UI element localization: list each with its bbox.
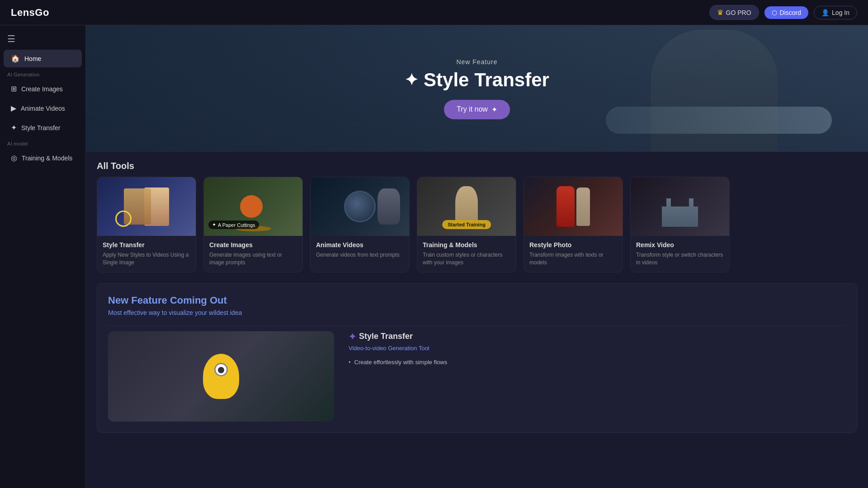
feature-tag-icon: ✦	[349, 331, 356, 342]
hero-fish	[606, 107, 832, 134]
style-transfer-image	[97, 177, 196, 236]
sidebar-item-home[interactable]: 🏠 Home	[4, 50, 82, 67]
discord-icon: ⬡	[772, 9, 777, 16]
create-images-image: ✦ A Paper Cuttings	[204, 177, 302, 236]
new-feature-section-subtitle: Most effective way to visualize your wil…	[108, 309, 846, 316]
discord-label: Discord	[780, 9, 801, 16]
remix-image	[631, 177, 729, 236]
animate-videos-image	[311, 177, 409, 236]
bullet-icon: •	[349, 359, 351, 366]
new-feature-video	[108, 331, 334, 422]
try-it-now-label: Try it now	[457, 105, 488, 113]
minion-shape	[203, 354, 239, 399]
wand-icon: ✦	[11, 123, 17, 132]
minion-eye	[214, 363, 228, 376]
face-silhouette	[377, 188, 400, 225]
hero-title-text: Style Transfer	[424, 69, 549, 91]
sidebar-style-transfer-label: Style Transfer	[21, 124, 60, 131]
ai-generation-label: AI Generation	[0, 68, 85, 79]
create-images-card-desc: Generate images using text or image prom…	[209, 251, 297, 267]
sidebar-training-label: Training & Models	[22, 155, 72, 162]
try-now-icon: ✦	[491, 105, 497, 114]
tool-card-style-transfer[interactable]: Style Transfer Apply New Styles to Video…	[97, 177, 196, 272]
hero-banner: New Feature ✦ Style Transfer Try it now …	[86, 25, 868, 152]
nav-right: ♛ GO PRO ⬡ Discord 👤 Log In	[709, 5, 857, 20]
user-icon: 👤	[821, 9, 829, 16]
animate-videos-card-body: Animate Videos Generate videos from text…	[311, 236, 409, 264]
tool-card-create-images[interactable]: ✦ A Paper Cuttings Create Images Generat…	[203, 177, 303, 272]
training-card-title: Training & Models	[423, 241, 510, 249]
feature-tag: ✦ Style Transfer	[349, 331, 413, 342]
discord-button[interactable]: ⬡ Discord	[764, 6, 808, 19]
login-label: Log In	[832, 9, 849, 16]
paper-cutout-icon: ✦	[212, 222, 216, 228]
crown-icon: ♛	[717, 8, 723, 17]
feature-tag-sub: Video-to-video Generation Tool	[349, 345, 846, 352]
restyle-image	[524, 177, 623, 236]
hamburger-icon[interactable]: ☰	[0, 29, 85, 49]
remix-card-title: Remix Video	[636, 241, 724, 249]
tool-card-remix-video[interactable]: Remix Video Transform style or switch ch…	[630, 177, 730, 272]
sidebar-create-images-label: Create Images	[21, 85, 63, 93]
remix-card-desc: Transform style or switch characters in …	[636, 251, 724, 267]
restyle-skeleton	[576, 188, 590, 226]
restyle-card-body: Restyle Photo Transform images with text…	[524, 236, 623, 272]
try-it-now-button[interactable]: Try it now ✦	[444, 100, 510, 119]
sidebar-animate-videos-label: Animate Videos	[21, 105, 65, 112]
feature-bullet-text: Create effortlessly with simple flows	[354, 359, 448, 366]
content-area: New Feature ✦ Style Transfer Try it now …	[86, 25, 868, 488]
paper-cutout-text: A Paper Cuttings	[218, 222, 255, 228]
tools-grid: Style Transfer Apply New Styles to Video…	[86, 177, 868, 283]
started-training-badge: Started Training	[442, 220, 491, 229]
cursor-circle	[115, 211, 132, 227]
animate-videos-card-title: Animate Videos	[316, 241, 404, 249]
hero-title: ✦ Style Transfer	[405, 69, 549, 91]
sidebar-item-create-images[interactable]: ⊞ Create Images	[4, 80, 82, 98]
tool-card-animate-videos[interactable]: Animate Videos Generate videos from text…	[310, 177, 410, 272]
divider-line	[108, 325, 846, 326]
style-transfer-card-title: Style Transfer	[103, 241, 190, 249]
home-icon: 🏠	[11, 54, 20, 63]
video-icon: ▶	[11, 104, 16, 113]
go-pro-button[interactable]: ♛ GO PRO	[709, 5, 759, 20]
grid-icon: ⊞	[11, 84, 17, 93]
sidebar-home-label: Home	[24, 55, 41, 62]
all-tools-title: All Tools	[86, 152, 868, 177]
topnav: LensGo ♛ GO PRO ⬡ Discord 👤 Log In	[0, 0, 868, 25]
training-card-desc: Train custom styles or characters with y…	[423, 251, 510, 267]
restyle-card-desc: Transform images with texts or models	[529, 251, 617, 267]
pumpkin-shape	[240, 195, 263, 218]
paper-cutout-badge: ✦ A Paper Cuttings	[208, 221, 259, 229]
model-icon: ◎	[11, 154, 17, 162]
restyle-card-title: Restyle Photo	[529, 241, 617, 249]
new-feature-content: ✦ Style Transfer Video-to-video Generati…	[108, 331, 846, 422]
create-images-card-title: Create Images	[209, 241, 297, 249]
ai-model-label: AI model	[0, 137, 85, 148]
castle-shape	[657, 186, 703, 227]
minion-pupil	[218, 367, 224, 373]
restyle-person	[557, 186, 575, 227]
hero-content: New Feature ✦ Style Transfer Try it now …	[405, 58, 549, 119]
style-transfer-card-desc: Apply New Styles to Videos Using a Singl…	[103, 251, 190, 267]
astronaut-helmet	[344, 191, 376, 222]
feature-name: Style Transfer	[359, 332, 413, 341]
sidebar-item-animate-videos[interactable]: ▶ Animate Videos	[4, 99, 82, 117]
new-feature-info: ✦ Style Transfer Video-to-video Generati…	[349, 331, 846, 366]
style-transfer-card-body: Style Transfer Apply New Styles to Video…	[97, 236, 196, 272]
tool-card-training-models[interactable]: Started Training Training & Models Train…	[417, 177, 516, 272]
tool-card-restyle-photo[interactable]: Restyle Photo Transform images with text…	[524, 177, 623, 272]
sidebar-item-training-models[interactable]: ◎ Training & Models	[4, 149, 82, 167]
new-feature-section-title: New Feature Coming Out	[108, 295, 846, 306]
hero-title-icon: ✦	[405, 70, 418, 89]
go-pro-label: GO PRO	[726, 9, 751, 16]
logo: LensGo	[11, 7, 49, 19]
sidebar-item-style-transfer[interactable]: ✦ Style Transfer	[4, 119, 82, 136]
animate-videos-card-desc: Generate videos from text prompts	[316, 251, 404, 259]
remix-card-body: Remix Video Transform style or switch ch…	[631, 236, 729, 272]
hero-new-feature-label: New Feature	[405, 58, 549, 66]
login-button[interactable]: 👤 Log In	[814, 6, 857, 19]
main-layout: ☰ 🏠 Home AI Generation ⊞ Create Images ▶…	[0, 25, 868, 488]
create-images-card-body: Create Images Generate images using text…	[204, 236, 302, 272]
training-image: Started Training	[417, 177, 516, 236]
training-card-body: Training & Models Train custom styles or…	[417, 236, 516, 272]
